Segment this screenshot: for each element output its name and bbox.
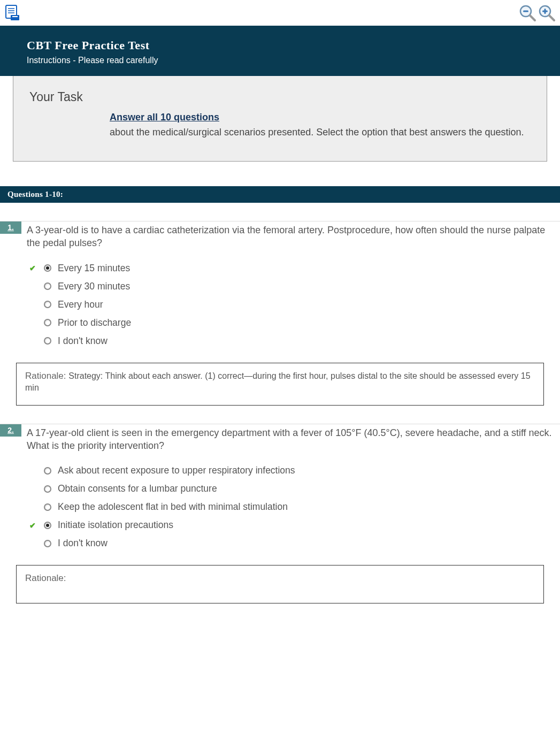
radio-button[interactable] xyxy=(44,337,51,345)
radio-slot xyxy=(43,540,52,547)
option-label: I don't know xyxy=(58,335,108,347)
rationale-label: Rationale: xyxy=(25,573,66,583)
toolbar xyxy=(0,0,560,26)
radio-slot xyxy=(43,485,52,493)
radio-button[interactable] xyxy=(44,264,51,272)
task-box: Your Task Answer all 10 questions about … xyxy=(13,76,547,162)
check-icon: ✔ xyxy=(29,522,36,529)
question-number[interactable]: 2. xyxy=(0,424,21,437)
radio-button[interactable] xyxy=(44,485,51,493)
question-text: A 3-year-old is to have a cardiac cathet… xyxy=(21,221,560,250)
radio-slot xyxy=(43,282,52,290)
section-heading: Questions 1-10: xyxy=(0,186,560,203)
radio-button[interactable] xyxy=(44,503,51,511)
option-row: Prior to discharge xyxy=(28,317,560,328)
radio-button[interactable] xyxy=(44,522,51,529)
option-row: ✔Every 15 minutes xyxy=(28,263,560,274)
question-number[interactable]: 1. xyxy=(0,221,21,234)
svg-line-12 xyxy=(549,16,554,20)
option-row: ✔Initiate isolation precautions xyxy=(28,519,560,531)
zoom-controls xyxy=(518,4,556,22)
radio-slot xyxy=(43,467,52,475)
radio-button[interactable] xyxy=(44,319,51,326)
radio-slot xyxy=(43,301,52,308)
header-banner: CBT Free Practice Test Instructions - Pl… xyxy=(0,26,560,76)
question-block: 2.A 17-year-old client is seen in the em… xyxy=(0,424,560,604)
radio-button[interactable] xyxy=(44,540,51,547)
option-row: Ask about recent exposure to upper respi… xyxy=(28,465,560,476)
correct-indicator: ✔ xyxy=(28,522,37,529)
rationale-label: Rationale: xyxy=(25,371,68,381)
svg-rect-4 xyxy=(11,15,19,20)
radio-button[interactable] xyxy=(44,282,51,290)
option-label: Initiate isolation precautions xyxy=(58,519,173,531)
options-list: Ask about recent exposure to upper respi… xyxy=(28,465,560,549)
question-block: 1.A 3-year-old is to have a cardiac cath… xyxy=(0,221,560,406)
svg-rect-5 xyxy=(12,16,18,17)
option-row: Every hour xyxy=(28,299,560,310)
rationale-box: Rationale: Strategy: Think about each an… xyxy=(16,363,544,406)
radio-button[interactable] xyxy=(44,301,51,308)
correct-indicator: ✔ xyxy=(28,264,37,272)
header-title: CBT Free Practice Test xyxy=(27,39,533,52)
radio-slot xyxy=(43,337,52,345)
rationale-text: Strategy: Think about each answer. (1) c… xyxy=(25,371,531,393)
option-row: I don't know xyxy=(28,538,560,549)
rationale-box: Rationale: xyxy=(16,565,544,603)
option-label: Every hour xyxy=(58,299,103,310)
zoom-in-icon[interactable] xyxy=(538,4,556,22)
option-label: Keep the adolescent flat in bed with min… xyxy=(58,501,288,513)
document-icon[interactable] xyxy=(4,4,21,21)
option-label: I don't know xyxy=(58,538,108,549)
option-label: Obtain consents for a lumbar puncture xyxy=(58,483,217,494)
radio-slot xyxy=(43,503,52,511)
radio-slot xyxy=(43,264,52,272)
check-icon: ✔ xyxy=(29,264,36,272)
svg-line-8 xyxy=(530,16,535,20)
radio-button[interactable] xyxy=(44,467,51,475)
option-label: Every 15 minutes xyxy=(58,263,130,274)
header-subtitle: Instructions - Please read carefully xyxy=(27,56,533,65)
options-list: ✔Every 15 minutesEvery 30 minutesEvery h… xyxy=(28,263,560,347)
svg-rect-11 xyxy=(544,9,546,14)
task-description: about the medical/surgical scenarios pre… xyxy=(110,125,531,140)
question-text: A 17-year-old client is seen in the emer… xyxy=(21,424,560,453)
option-row: Every 30 minutes xyxy=(28,281,560,292)
task-link[interactable]: Answer all 10 questions xyxy=(110,112,219,123)
radio-slot xyxy=(43,522,52,529)
option-row: Keep the adolescent flat in bed with min… xyxy=(28,501,560,513)
option-label: Every 30 minutes xyxy=(58,281,130,292)
option-label: Prior to discharge xyxy=(58,317,131,328)
option-row: Obtain consents for a lumbar puncture xyxy=(28,483,560,494)
radio-slot xyxy=(43,319,52,326)
zoom-out-icon[interactable] xyxy=(518,4,536,22)
task-label: Your Task xyxy=(29,90,531,104)
option-row: I don't know xyxy=(28,335,560,347)
option-label: Ask about recent exposure to upper respi… xyxy=(58,465,295,476)
svg-rect-7 xyxy=(523,11,528,12)
question-header: 2.A 17-year-old client is seen in the em… xyxy=(0,424,560,453)
question-header: 1.A 3-year-old is to have a cardiac cath… xyxy=(0,221,560,250)
